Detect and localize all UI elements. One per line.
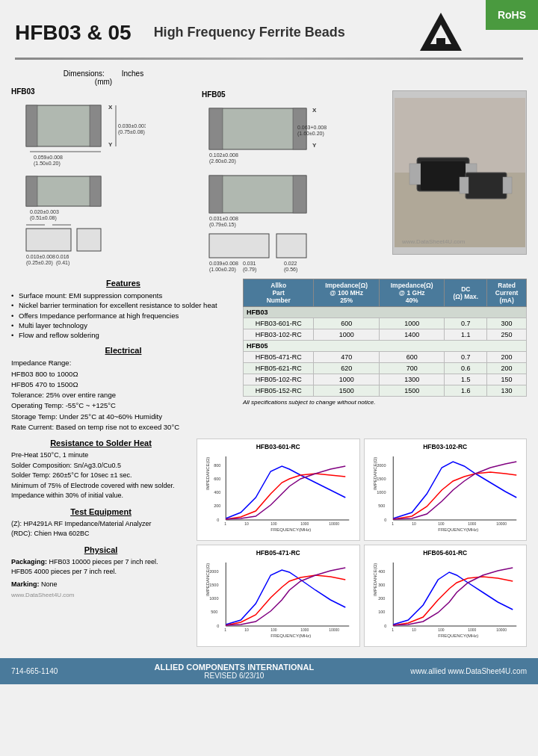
main-content: Dimensions: Inches (mm) HFB03 0.059±0.00… — [0, 66, 538, 651]
header-divider — [15, 58, 523, 60]
svg-text:1000: 1000 — [300, 628, 309, 632]
svg-rect-35 — [209, 176, 223, 213]
footer-website2: www.DataSheet4U.com — [448, 667, 527, 675]
svg-text:10: 10 — [412, 628, 416, 632]
svg-text:IMPEDANCE(Ω): IMPEDANCE(Ω) — [373, 563, 377, 596]
svg-rect-40 — [276, 234, 306, 258]
svg-rect-4 — [26, 105, 37, 146]
features-title: Features — [11, 279, 235, 288]
solder-line-1: Solder Composition: Sn/Ag3.0/Cu0.5 — [11, 461, 191, 471]
electrical-content: Impedance Range: HFB03 800 to 1000Ω HFB0… — [11, 358, 235, 433]
feature-2: Nickel barrier termination for excellent… — [11, 300, 235, 310]
graph-svg-0: IMPEDANCE(Ω) FREQUENCY(MHz) 0 200 400 60… — [201, 453, 356, 535]
feature-3: Offers Impedance performance at high fre… — [11, 311, 235, 320]
rohs-badge: RoHS — [486, 0, 538, 30]
graph-title-0: HFB03-601-RC — [201, 443, 356, 450]
graph-svg-3: IMPEDANCE(Ω) FREQUENCY(MHz) 0 100 200 30… — [368, 559, 523, 641]
logo-svg — [418, 11, 463, 52]
svg-marker-2 — [436, 38, 445, 44]
hfb03-diagram-col: Dimensions: Inches (mm) HFB03 0.059±0.00… — [11, 69, 196, 273]
hfb03-group-row: HFB03 — [244, 307, 527, 318]
graph-hfb03-102: HFB03-102-RC IMPEDANCE(Ω) FREQUENCY(MHz)… — [364, 439, 528, 541]
product-subtitle: High Frequency Ferrite Beads — [154, 25, 345, 40]
company-logo — [418, 11, 463, 54]
svg-text:100: 100 — [270, 628, 277, 632]
marking-value: None — [41, 580, 58, 588]
svg-text:400: 400 — [378, 569, 385, 574]
graphs-row-1: HFB03-601-RC IMPEDANCE(Ω) FREQUENCY(MHz)… — [197, 439, 527, 541]
svg-text:200: 200 — [378, 596, 385, 601]
svg-text:(0.75±0.08): (0.75±0.08) — [118, 129, 145, 135]
svg-text:10: 10 — [412, 521, 416, 526]
imp1g-4: 1300 — [379, 374, 445, 385]
svg-text:1000: 1000 — [300, 521, 309, 526]
svg-rect-13 — [26, 176, 37, 206]
part-3: HFB05-621-RC — [244, 363, 314, 374]
col-imp100: Impedance(Ω)@ 100 MHz25% — [314, 279, 380, 307]
svg-text:10000: 10000 — [496, 521, 507, 526]
footer: 714-665-1140 ALLIED COMPONENTS INTERNATI… — [0, 658, 538, 684]
dim-label: Dimensions: — [64, 69, 105, 78]
table-note: All specifications subject to change wit… — [243, 399, 527, 406]
dc-3: 0.6 — [445, 363, 487, 374]
table-row: HFB05-471-RC 470 600 0.7 200 — [244, 352, 527, 363]
svg-rect-14 — [90, 176, 101, 206]
part-5: HFB05-152-RC — [244, 385, 314, 397]
svg-text:1: 1 — [224, 521, 226, 526]
unit2: (mm) — [95, 78, 112, 86]
svg-text:0: 0 — [384, 624, 386, 628]
hfb03-svg: 0.059±0.008 (1.50±0.20) 0.030±0.003 (0.7… — [11, 98, 146, 270]
table-row: HFB05-102-RC 1000 1300 1.5 150 — [244, 374, 527, 385]
packaging-hfb05-val: HFB05 4000 pieces per 7 inch reel. — [11, 567, 191, 577]
hfb05-group-row: HFB05 — [244, 341, 527, 352]
dimensions-section: Dimensions: Inches (mm) HFB03 0.059±0.00… — [11, 69, 527, 273]
svg-text:400: 400 — [214, 490, 220, 495]
svg-text:(0.41): (0.41) — [56, 260, 69, 266]
electrical-title: Electrical — [11, 346, 235, 355]
page: RoHS HFB03 & 05 High Frequency Ferrite B… — [0, 0, 538, 756]
svg-text:0.020±0.003: 0.020±0.003 — [30, 209, 59, 214]
svg-text:(1.50±0.20): (1.50±0.20) — [34, 161, 61, 167]
svg-rect-34 — [209, 176, 306, 213]
footer-center: ALLIED COMPONENTS INTERNATIONAL REVISED … — [154, 663, 314, 680]
svg-text:FREQUENCY(MHz): FREQUENCY(MHz) — [438, 527, 478, 532]
svg-rect-27 — [209, 108, 306, 149]
packaging-label: Packaging: — [11, 558, 47, 566]
svg-rect-52 — [409, 164, 421, 185]
svg-text:1: 1 — [224, 628, 226, 632]
test-line-0: (Z): HP4291A RF Impedance/Material Analy… — [11, 519, 191, 530]
marking: Marking: None — [11, 580, 191, 590]
svg-text:0.022: 0.022 — [284, 261, 297, 266]
imp1g-0: 1000 — [379, 318, 445, 329]
svg-text:(0.79): (0.79) — [243, 267, 256, 273]
svg-text:10000: 10000 — [329, 521, 339, 526]
svg-text:FREQUENCY(MHz): FREQUENCY(MHz) — [270, 527, 311, 532]
svg-text:1: 1 — [392, 628, 394, 632]
imp1g-2: 600 — [379, 352, 445, 363]
svg-text:0: 0 — [217, 518, 219, 522]
physical-title: Physical — [11, 545, 191, 554]
svg-text:600: 600 — [214, 477, 220, 481]
footer-website1: www.allied — [410, 667, 445, 675]
svg-text:1000: 1000 — [209, 596, 218, 601]
svg-text:(0.25±0.20): (0.25±0.20) — [26, 260, 53, 266]
svg-text:300: 300 — [378, 583, 385, 587]
graph-hfb05-601: HFB05-601-RC IMPEDANCE(Ω) FREQUENCY(MHz)… — [364, 545, 528, 647]
product-title: HFB03 & 05 — [15, 21, 132, 45]
product-photo: www.DataSheet4U.com — [392, 90, 527, 255]
svg-text:500: 500 — [378, 504, 385, 508]
graphs-area: HFB03-601-RC IMPEDANCE(Ω) FREQUENCY(MHz)… — [197, 439, 527, 647]
dc-4: 1.5 — [445, 374, 487, 385]
dc-0: 0.7 — [445, 318, 487, 329]
imp100-0: 600 — [314, 318, 380, 329]
col-current: RatedCurrent(mA) — [487, 279, 527, 307]
imp1g-1: 1400 — [379, 329, 445, 341]
test-equipment-section: Test Equipment (Z): HP4291A RF Impedance… — [11, 507, 191, 539]
current-5: 130 — [487, 385, 527, 397]
svg-text:1000: 1000 — [468, 628, 476, 632]
imp100-4: 1000 — [314, 374, 380, 385]
packaging-hfb03-val: HFB03 10000 pieces per 7 inch reel. — [49, 558, 158, 566]
current-0: 300 — [487, 318, 527, 329]
svg-text:0.063+0.008: 0.063+0.008 — [297, 125, 327, 130]
svg-rect-56 — [460, 177, 469, 193]
